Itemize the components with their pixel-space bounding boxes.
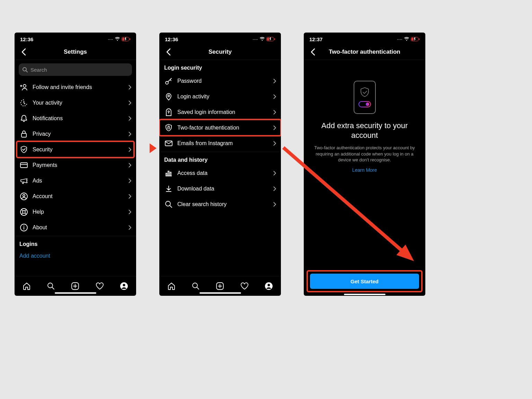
svg-rect-23 <box>166 173 167 176</box>
back-button[interactable] <box>161 44 175 60</box>
svg-rect-17 <box>267 38 269 41</box>
status-time: 12:36 <box>20 36 33 42</box>
security-item-emails[interactable]: Emails from Instagram <box>159 135 281 151</box>
chevron-right-icon <box>128 178 131 183</box>
status-indicators: •••• <box>397 37 420 41</box>
back-button[interactable] <box>17 44 30 60</box>
home-icon <box>23 282 31 290</box>
search-input[interactable]: Search <box>19 63 132 76</box>
settings-item-ads[interactable]: Ads <box>15 173 136 188</box>
profile-filled-icon <box>265 282 273 290</box>
tab-profile[interactable] <box>120 282 128 290</box>
home-indicator <box>200 292 241 294</box>
heart-icon <box>96 282 104 290</box>
security-item-password[interactable]: Password <box>159 73 281 89</box>
chevron-right-icon <box>128 132 131 136</box>
battery-charging-icon <box>411 37 420 41</box>
tab-home[interactable] <box>167 282 176 290</box>
security-item-saved-login[interactable]: Saved login information <box>159 104 281 120</box>
security-item-access-data[interactable]: Access data <box>159 165 281 181</box>
settings-item-payments[interactable]: Payments <box>15 157 136 173</box>
wifi-icon <box>259 37 265 41</box>
chevron-right-icon <box>273 79 276 83</box>
chevron-right-icon <box>128 163 131 168</box>
svg-point-30 <box>267 284 270 286</box>
chevron-right-icon <box>128 100 131 105</box>
help-icon <box>19 208 28 216</box>
two-factor-body: Two-factor authentication protects your … <box>304 145 425 163</box>
page-title: Settings <box>64 48 87 55</box>
header: Two-factor authentication <box>304 44 425 60</box>
svg-point-11 <box>24 225 24 226</box>
svg-rect-5 <box>20 163 27 168</box>
chevron-left-icon <box>310 48 315 56</box>
key-icon <box>164 77 173 85</box>
settings-item-label: Ads <box>33 178 128 184</box>
settings-item-security[interactable]: Security <box>15 142 136 157</box>
tab-create[interactable] <box>216 282 224 290</box>
settings-item-follow-invite[interactable]: Follow and invite friends <box>15 79 136 95</box>
tab-home[interactable] <box>23 282 31 290</box>
toggle-icon <box>358 101 371 107</box>
status-time: 12:37 <box>309 36 322 42</box>
settings-item-your-activity[interactable]: Your activity <box>15 95 136 110</box>
settings-item-label: Notifications <box>33 115 128 122</box>
chevron-right-icon <box>273 202 276 207</box>
settings-item-label: About <box>33 224 128 231</box>
svg-point-19 <box>168 95 170 97</box>
page-title: Two-factor authentication <box>329 48 400 55</box>
tab-activity[interactable] <box>240 282 249 290</box>
security-item-label: Download data <box>177 186 273 192</box>
security-item-download-data[interactable]: Download data <box>159 181 281 196</box>
svg-point-3 <box>23 85 26 87</box>
lock-icon <box>19 130 28 138</box>
chevron-right-icon <box>128 225 131 230</box>
get-started-button[interactable]: Get Started <box>310 274 419 289</box>
settings-item-notifications[interactable]: Notifications <box>15 110 136 126</box>
chevron-right-icon <box>273 186 276 191</box>
chevron-right-icon <box>273 94 276 99</box>
chevron-right-icon <box>128 116 131 121</box>
search-icon <box>164 201 173 208</box>
back-button[interactable] <box>306 44 320 60</box>
header: Settings <box>15 44 136 60</box>
settings-item-privacy[interactable]: Privacy <box>15 126 136 142</box>
settings-item-label: Security <box>33 147 128 153</box>
account-icon <box>19 193 28 200</box>
settings-item-account[interactable]: Account <box>15 188 136 204</box>
add-friend-icon <box>19 84 28 91</box>
two-factor-illustration <box>354 81 376 114</box>
settings-item-label: Help <box>33 209 128 215</box>
security-item-clear-search[interactable]: Clear search history <box>159 196 281 212</box>
chevron-left-icon <box>166 48 171 56</box>
add-account-link[interactable]: Add account <box>15 249 136 263</box>
tab-profile[interactable] <box>265 282 273 290</box>
security-item-two-factor[interactable]: Two-factor authentication <box>159 120 281 135</box>
svg-point-7 <box>23 194 25 196</box>
chevron-right-icon <box>273 171 276 176</box>
settings-item-label: Payments <box>33 162 128 168</box>
settings-item-about[interactable]: About <box>15 220 136 235</box>
tutorial-stage: 12:36 •••• Settings Search Follow and in… <box>0 0 532 399</box>
security-item-login-activity[interactable]: Login activity <box>159 89 281 104</box>
chevron-right-icon <box>128 85 131 90</box>
search-icon <box>22 67 28 72</box>
tab-search[interactable] <box>47 282 55 290</box>
status-bar: 12:37 •••• <box>304 33 425 44</box>
tab-create[interactable] <box>71 282 79 290</box>
chevron-right-icon <box>128 210 131 214</box>
status-bar: 12:36 •••• <box>15 33 136 44</box>
tab-search[interactable] <box>192 282 200 290</box>
security-item-label: Access data <box>177 170 273 176</box>
svg-rect-24 <box>168 171 169 176</box>
wifi-icon <box>404 37 409 41</box>
annotation-arrow-1 <box>139 141 157 155</box>
shield-check-icon <box>360 87 370 98</box>
settings-item-help[interactable]: Help <box>15 204 136 220</box>
info-icon <box>19 224 28 231</box>
data-history-header: Data and history <box>159 152 281 165</box>
search-placeholder: Search <box>30 67 47 73</box>
profile-filled-icon <box>120 282 128 290</box>
tab-activity[interactable] <box>96 282 104 290</box>
search-icon <box>47 282 55 290</box>
